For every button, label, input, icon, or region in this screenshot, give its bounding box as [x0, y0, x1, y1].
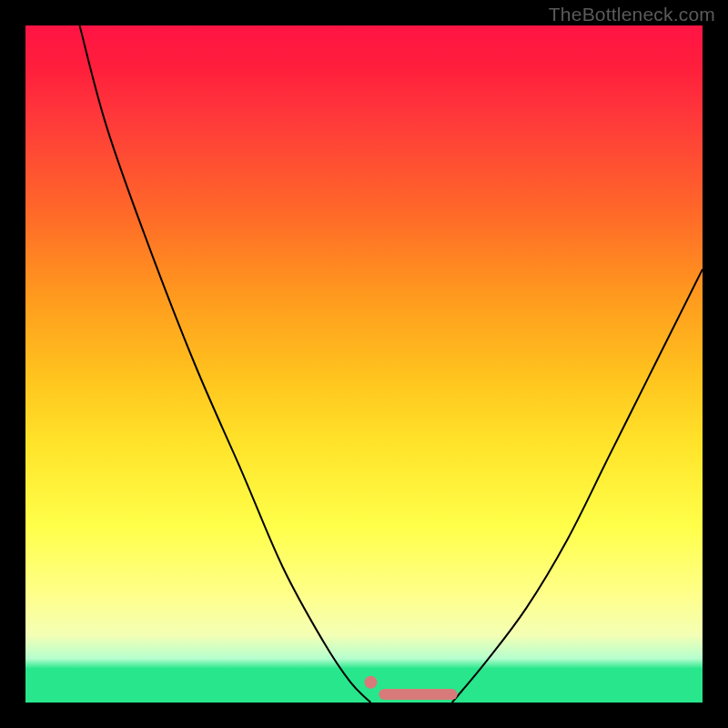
left-curve: [80, 25, 371, 703]
right-curve: [452, 269, 703, 703]
chart-frame: [25, 25, 703, 703]
optimal-marker-dot: [364, 676, 377, 689]
watermark-text: TheBottleneck.com: [549, 4, 715, 25]
curve-layer: [25, 25, 703, 703]
